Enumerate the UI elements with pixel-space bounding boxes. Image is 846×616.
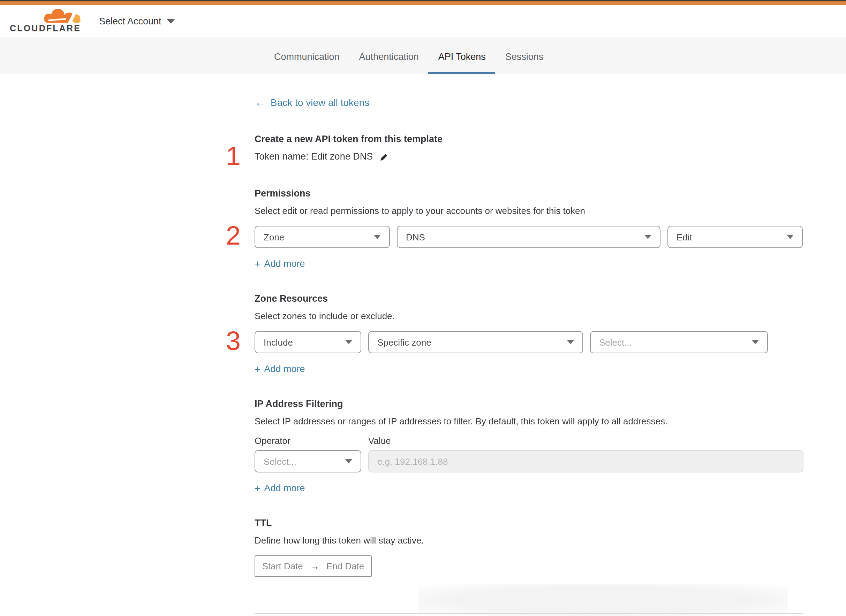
plus-icon: + [255, 483, 261, 493]
end-date-placeholder: End Date [327, 561, 364, 571]
tab-authentication[interactable]: Authentication [349, 37, 428, 74]
tab-label: Communication [274, 51, 340, 62]
main-content: ← Back to view all tokens 1 Create a new… [255, 74, 803, 616]
back-link[interactable]: ← Back to view all tokens [255, 97, 369, 108]
select-value: DNS [406, 232, 425, 242]
chevron-down-icon [345, 459, 352, 463]
tab-sessions[interactable]: Sessions [496, 37, 553, 74]
cloudflare-logo[interactable]: CLOUDFLARE [10, 9, 82, 34]
arrow-right-icon: → [310, 561, 319, 571]
step-number-1: 1 [226, 143, 241, 169]
select-placeholder: Select... [599, 337, 632, 348]
permission-resource-select[interactable]: DNS [397, 226, 661, 248]
permissions-heading: Permissions [255, 187, 803, 200]
zone-resources-heading: Zone Resources [255, 292, 803, 305]
chevron-down-icon [345, 340, 352, 344]
plus-icon: + [255, 364, 261, 374]
tab-bar: Communication Authentication API Tokens … [0, 37, 846, 74]
chevron-down-icon [374, 235, 381, 239]
tab-api-tokens[interactable]: API Tokens [428, 37, 496, 74]
operator-label: Operator [255, 436, 368, 446]
permission-scope-select[interactable]: Zone [255, 226, 390, 248]
permissions-subtitle: Select edit or read permissions to apply… [255, 205, 803, 217]
ip-filtering-subtitle: Select IP addresses or ranges of IP addr… [255, 415, 803, 428]
start-date-placeholder: Start Date [262, 561, 303, 571]
select-value: Edit [677, 232, 692, 242]
tab-communication[interactable]: Communication [264, 37, 349, 74]
zone-include-select[interactable]: Include [255, 331, 361, 353]
step-number-3: 3 [226, 327, 241, 354]
zone-picker-select[interactable]: Select... [590, 331, 768, 353]
zone-type-select[interactable]: Specific zone [368, 331, 583, 353]
permissions-add-more-link[interactable]: + Add more [255, 258, 305, 269]
ttl-heading: TTL [255, 516, 803, 529]
zone-resources-select-row: Include Specific zone Select... [255, 331, 803, 353]
edit-pencil-icon[interactable] [379, 152, 388, 161]
ttl-subtitle: Define how long this token will stay act… [255, 534, 803, 547]
chevron-down-icon [787, 235, 794, 239]
zone-resources-subtitle: Select zones to include or exclude. [255, 310, 803, 323]
cloudflare-wordmark: CLOUDFLARE [10, 25, 81, 34]
token-name-text: Token name: Edit zone DNS [255, 150, 373, 164]
select-value: Include [263, 337, 293, 348]
page-title: Create a new API token from this templat… [255, 132, 803, 146]
plus-icon: + [255, 258, 261, 269]
back-link-label: Back to view all tokens [271, 97, 369, 108]
account-selector[interactable]: Select Account [99, 16, 175, 26]
permissions-select-row: Zone DNS Edit [255, 226, 803, 248]
select-placeholder: Select... [263, 456, 296, 466]
cloudflare-cloud-icon [42, 9, 82, 24]
ip-filtering-labels: Operator Value [255, 436, 803, 446]
zone-resources-section: 3 Zone Resources Select zones to include… [255, 292, 803, 375]
zone-resources-add-more-link[interactable]: + Add more [255, 364, 305, 374]
ip-value-input[interactable] [368, 450, 803, 472]
token-name-line: Token name: Edit zone DNS [255, 150, 803, 164]
ip-filtering-heading: IP Address Filtering [255, 397, 803, 411]
brand-accent-bar [0, 0, 846, 5]
app-header: CLOUDFLARE Select Account [0, 5, 846, 37]
ttl-date-range-picker[interactable]: Start Date → End Date [255, 555, 372, 577]
step-number-2: 2 [226, 222, 241, 249]
permission-access-select[interactable]: Edit [668, 226, 803, 248]
ip-operator-select[interactable]: Select... [255, 450, 361, 472]
add-more-label: Add more [264, 364, 305, 374]
chevron-down-icon [752, 340, 759, 344]
select-value: Specific zone [377, 337, 431, 348]
token-name-section: 1 Create a new API token from this templ… [255, 132, 803, 164]
chevron-down-icon [567, 340, 574, 344]
chevron-down-icon [167, 19, 175, 23]
add-more-label: Add more [264, 483, 305, 493]
permissions-section: 2 Permissions Select edit or read permis… [255, 187, 803, 270]
page: CLOUDFLARE Select Account Communication … [0, 0, 846, 616]
tab-label: API Tokens [438, 51, 486, 62]
select-value: Zone [263, 232, 284, 242]
footer-divider [255, 613, 803, 614]
ip-filtering-section: IP Address Filtering Select IP addresses… [255, 397, 803, 495]
ip-filtering-add-more-link[interactable]: + Add more [255, 483, 305, 493]
tab-label: Sessions [505, 51, 544, 62]
ip-filtering-controls: Select... [255, 450, 803, 472]
back-arrow-icon: ← [255, 97, 266, 108]
ttl-section: TTL Define how long this token will stay… [255, 516, 803, 577]
chevron-down-icon [644, 235, 652, 239]
tab-label: Authentication [359, 51, 419, 62]
add-more-label: Add more [264, 258, 305, 269]
account-selector-label: Select Account [99, 16, 162, 26]
value-label: Value [368, 436, 391, 446]
